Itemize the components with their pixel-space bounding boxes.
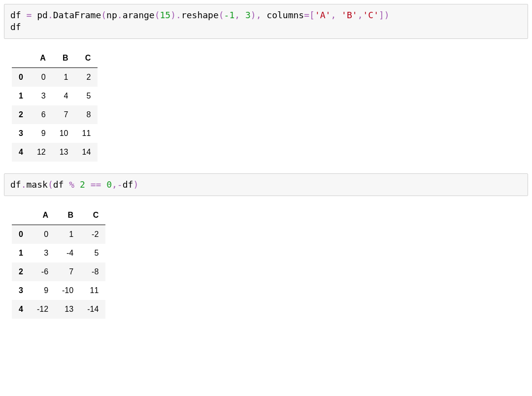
code-cell-1: df = pd.DataFrame(np.arange(15).reshape(… <box>4 4 528 39</box>
code-token: ' <box>352 10 358 20</box>
code-token: ( <box>101 10 106 20</box>
table-cell: 6 <box>30 105 53 124</box>
code-token: . <box>117 10 123 20</box>
code-token: ) <box>133 179 138 190</box>
code-token: , <box>112 179 117 190</box>
table-cell: 7 <box>55 263 80 281</box>
code-token: - <box>117 179 123 190</box>
table-cell: -2 <box>80 225 105 244</box>
code-token: , <box>331 10 336 20</box>
table-row-index: 2 <box>12 105 30 124</box>
table-cell: 0 <box>30 67 53 87</box>
code-token: 2 <box>80 179 85 190</box>
code-token <box>101 179 106 190</box>
table-cell: 1 <box>53 67 75 87</box>
code-token: df <box>53 179 69 190</box>
table-row-index: 4 <box>12 300 30 319</box>
code-token: % <box>69 179 74 190</box>
table-index-header <box>12 206 30 225</box>
code-token: ) <box>251 10 256 20</box>
table-row-index: 2 <box>12 263 30 281</box>
table-cell: 13 <box>53 143 75 162</box>
table-col-header: B <box>55 206 80 225</box>
table-row: 13-45 <box>12 244 105 263</box>
code-token <box>240 10 245 20</box>
table-col-header: C <box>75 49 98 68</box>
table-cell: -4 <box>55 244 80 263</box>
code-token: ] <box>379 10 384 20</box>
code-token: ' <box>326 10 331 20</box>
code-token: B <box>347 10 352 20</box>
table-cell: 13 <box>55 300 80 319</box>
table-cell: 8 <box>75 105 98 124</box>
table-cell: 9 <box>30 281 55 300</box>
table-cell: 0 <box>30 225 55 244</box>
code-token: ' <box>363 10 368 20</box>
table-cell: -12 <box>30 300 55 319</box>
code-token: A <box>320 10 326 20</box>
table-cell: -6 <box>30 263 55 281</box>
code-token: 15 <box>160 10 171 20</box>
code-token: ' <box>341 10 347 20</box>
dataframe-output-2: ABC 001-213-452-67-839-10114-1213-14 <box>12 206 105 319</box>
table-cell: 7 <box>53 105 75 124</box>
table-row-index: 1 <box>12 244 30 263</box>
code-token: reshape <box>181 10 219 20</box>
code-token: = <box>27 10 32 20</box>
table-row: 0012 <box>12 67 98 87</box>
code-token: ( <box>48 179 53 190</box>
table-row-index: 3 <box>12 124 30 143</box>
table-cell: 11 <box>80 281 105 300</box>
dataframe-output-1: ABC 0012134526783910114121314 <box>12 49 98 162</box>
code-token <box>74 179 80 190</box>
table-row-index: 3 <box>12 281 30 300</box>
table-cell: 3 <box>30 87 53 105</box>
table-cell: 5 <box>80 244 105 263</box>
code-cell-2: df.mask(df % 2 == 0,-df) <box>4 173 528 196</box>
code-token: = <box>304 10 309 20</box>
code-token: , <box>358 10 363 20</box>
code-token: C <box>368 10 373 20</box>
table-cell: -10 <box>55 281 80 300</box>
code-token <box>336 10 341 20</box>
table-index-header <box>12 49 30 68</box>
code-token: DataFrame <box>53 10 101 20</box>
table-cell: 12 <box>30 143 53 162</box>
code-token: np <box>106 10 117 20</box>
code-token: df <box>10 10 27 20</box>
table-col-header: B <box>53 49 75 68</box>
code-token: df <box>123 179 133 190</box>
table-row: 39-1011 <box>12 281 105 300</box>
code-token: ) <box>384 10 390 20</box>
code-token: . <box>21 179 27 190</box>
code-token: . <box>48 10 53 20</box>
code-token: [ <box>309 10 315 20</box>
table-cell: 9 <box>30 124 53 143</box>
code-token: columns <box>262 10 304 20</box>
table-row: 001-2 <box>12 225 105 244</box>
table-cell: 10 <box>53 124 75 143</box>
table-row: 2678 <box>12 105 98 124</box>
table-col-header: A <box>30 206 55 225</box>
code-token: ) <box>170 10 176 20</box>
table-cell: 5 <box>75 87 98 105</box>
table-row-index: 0 <box>12 225 30 244</box>
table-cell: 14 <box>75 143 98 162</box>
code-token: ' <box>373 10 379 20</box>
table-row: 1345 <box>12 87 98 105</box>
table-row: 4121314 <box>12 143 98 162</box>
table-cell: -14 <box>80 300 105 319</box>
table-row: 2-67-8 <box>12 263 105 281</box>
code-token: 0 <box>106 179 112 190</box>
table-row: 391011 <box>12 124 98 143</box>
table-cell: -8 <box>80 263 105 281</box>
code-token: ' <box>315 10 320 20</box>
table-row-index: 4 <box>12 143 30 162</box>
code-token: df <box>10 179 21 190</box>
code-token: mask <box>27 179 48 190</box>
code-token: pd <box>32 10 48 20</box>
code-token <box>85 179 91 190</box>
code-token: ( <box>219 10 224 20</box>
code-token: 3 <box>245 10 251 20</box>
table-row-index: 0 <box>12 67 30 87</box>
